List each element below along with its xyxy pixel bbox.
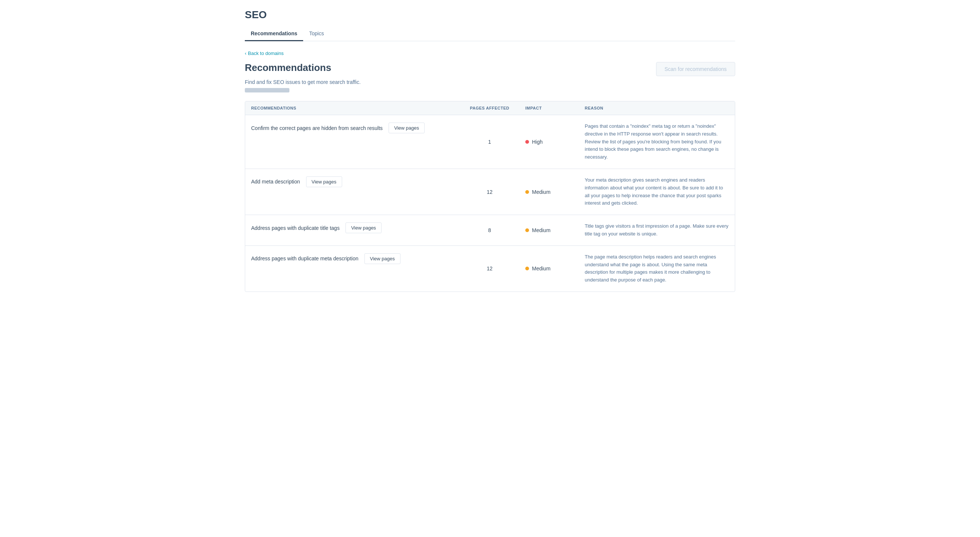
impact-dot-high-1: [525, 140, 529, 144]
recommendation-label-2: Add meta description: [251, 179, 300, 184]
recommendations-table-container: RECOMMENDATIONS PAGES AFFECTED IMPACT RE…: [245, 101, 735, 292]
col-header-pages-affected: PAGES AFFECTED: [460, 102, 519, 115]
tab-topics[interactable]: Topics: [303, 27, 330, 41]
col-header-reason: REASON: [579, 102, 735, 115]
view-pages-button-3[interactable]: View pages: [345, 222, 382, 233]
view-pages-button-1[interactable]: View pages: [388, 122, 425, 133]
chevron-left-icon: ‹: [245, 51, 246, 56]
page-wrapper: SEO Recommendations Topics ‹ Back to dom…: [230, 0, 750, 301]
table-header: RECOMMENDATIONS PAGES AFFECTED IMPACT RE…: [245, 102, 735, 115]
recommendation-cell-1: Confirm the correct pages are hidden fro…: [245, 115, 460, 169]
header-row: Recommendations Scan for recommendations: [245, 62, 735, 76]
section-title: Recommendations: [245, 62, 331, 73]
view-pages-button-2[interactable]: View pages: [306, 176, 342, 187]
page-title: SEO: [245, 9, 735, 21]
recommendation-cell-2: Add meta description View pages: [245, 168, 460, 214]
recommendation-label-4: Address pages with duplicate meta descri…: [251, 256, 358, 261]
table-row: Confirm the correct pages are hidden fro…: [245, 115, 735, 169]
impact-label-1: High: [532, 139, 543, 145]
recommendation-label-1: Confirm the correct pages are hidden fro…: [251, 125, 383, 131]
impact-label-4: Medium: [532, 265, 550, 272]
reason-cell-1: Pages that contain a "noindex" meta tag …: [579, 115, 735, 169]
tab-recommendations[interactable]: Recommendations: [245, 27, 303, 41]
recommendation-cell-4: Address pages with duplicate meta descri…: [245, 245, 460, 292]
pages-affected-cell-2: 12: [460, 168, 519, 214]
col-header-recommendations: RECOMMENDATIONS: [245, 102, 460, 115]
back-link-label: Back to domains: [248, 51, 283, 56]
table-row: Address pages with duplicate title tags …: [245, 215, 735, 246]
table-row: Address pages with duplicate meta descri…: [245, 245, 735, 292]
scan-for-recommendations-button[interactable]: Scan for recommendations: [656, 62, 735, 76]
recommendation-cell-3: Address pages with duplicate title tags …: [245, 215, 460, 246]
impact-cell-1: High: [519, 115, 579, 169]
impact-cell-2: Medium: [519, 168, 579, 214]
reason-cell-2: Your meta description gives search engin…: [579, 168, 735, 214]
impact-dot-medium-3: [525, 229, 529, 232]
impact-label-2: Medium: [532, 189, 550, 195]
table-body: Confirm the correct pages are hidden fro…: [245, 115, 735, 292]
reason-cell-4: The page meta description helps readers …: [579, 245, 735, 292]
table-row: Add meta description View pages 12 Mediu…: [245, 168, 735, 214]
recommendation-label-3: Address pages with duplicate title tags: [251, 225, 340, 231]
pages-affected-cell-4: 12: [460, 245, 519, 292]
impact-dot-medium-2: [525, 190, 529, 194]
tabs-bar: Recommendations Topics: [245, 27, 735, 41]
recommendations-table: RECOMMENDATIONS PAGES AFFECTED IMPACT RE…: [245, 102, 735, 292]
reason-cell-3: Title tags give visitors a first impress…: [579, 215, 735, 246]
impact-dot-medium-4: [525, 267, 529, 270]
pages-affected-cell-1: 1: [460, 115, 519, 169]
back-to-domains-link[interactable]: ‹ Back to domains: [245, 51, 283, 56]
page-subtitle: Find and fix SEO issues to get more sear…: [245, 79, 735, 85]
domain-display: [245, 88, 290, 92]
impact-label-3: Medium: [532, 227, 550, 233]
col-header-impact: IMPACT: [519, 102, 579, 115]
view-pages-button-4[interactable]: View pages: [364, 253, 401, 264]
impact-cell-3: Medium: [519, 215, 579, 246]
impact-cell-4: Medium: [519, 245, 579, 292]
pages-affected-cell-3: 8: [460, 215, 519, 246]
